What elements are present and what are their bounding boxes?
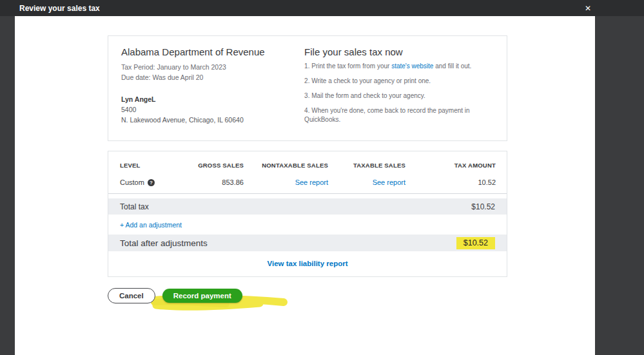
cancel-button[interactable]: Cancel [108,288,155,304]
tax-summary-card: LEVEL GROSS SALES NONTAXABLE SALES TAXAB… [108,151,507,277]
column-header-taxable-sales: TAXABLE SALES [328,162,405,169]
total-after-adjustments-label: Total after adjustments [120,238,208,248]
gross-sales-value: 853.86 [191,178,244,186]
add-adjustment-link[interactable]: + Add an adjustment [120,221,182,229]
states-website-link[interactable]: state's website [391,62,433,70]
modal-header: Review your sales tax ✕ [0,0,644,16]
table-header-row: LEVEL GROSS SALES NONTAXABLE SALES TAXAB… [108,151,507,173]
column-header-level: LEVEL [120,162,191,169]
payer-name: Lyn AngeL [121,94,304,104]
total-tax-value: $10.52 [471,202,495,211]
level-cell: Custom ? [120,178,191,186]
record-payment-button[interactable]: Record payment [162,289,242,303]
help-icon[interactable]: ? [148,179,155,186]
step1-text-suffix: and fill it out. [433,62,471,70]
address-line1: 5400 [121,104,304,115]
instruction-step-3: 3. Mail the form and check to your agenc… [304,91,494,101]
due-date: Due date: Was due April 20 [121,72,304,82]
total-tax-row: Total tax $10.52 [108,198,507,215]
nontaxable-see-report-link[interactable]: See report [295,178,328,186]
instruction-step-4: 4. When you're done, come back to record… [304,106,480,124]
address-line2: N. Lakewood Avenue, Chicago, IL 60640 [121,115,304,125]
agency-info-card: Alabama Department of Revenue Tax Period… [108,35,507,141]
table-row: Custom ? 853.86 See report See report 10… [108,173,507,194]
tax-period: Tax Period: January to March 2023 [121,62,304,72]
tax-amount-value: 10.52 [405,178,496,186]
total-after-adjustments-value: $10.52 [456,237,495,249]
step1-text-prefix: 1. Print the tax form from your [304,62,391,70]
modal-panel: Alabama Department of Revenue Tax Period… [15,16,595,355]
view-report-row: View tax liability report [108,251,507,270]
column-header-gross-sales: GROSS SALES [191,162,244,169]
agency-name: Alabama Department of Revenue [121,46,304,57]
close-icon[interactable]: ✕ [585,0,591,16]
taxable-see-report-link[interactable]: See report [373,178,405,186]
agency-details: Alabama Department of Revenue Tax Period… [121,46,304,130]
column-header-nontaxable-sales: NONTAXABLE SALES [244,162,328,169]
action-buttons: Cancel Record payment [108,286,595,305]
total-after-adjustments-row: Total after adjustments $10.52 [108,235,507,251]
modal-title: Review your sales tax [19,4,100,13]
total-tax-label: Total tax [120,202,149,211]
add-adjustment-row: + Add an adjustment [108,215,507,235]
filing-instructions: File your sales tax now 1. Print the tax… [304,46,494,130]
instruction-step-1: 1. Print the tax form from your state's … [304,62,494,71]
level-value: Custom [120,178,144,186]
instructions-title: File your sales tax now [304,46,494,57]
view-tax-liability-report-link[interactable]: View tax liability report [267,260,347,267]
instruction-step-2: 2. Write a check to your agency or print… [304,77,494,86]
column-header-tax-amount: TAX AMOUNT [405,162,496,169]
